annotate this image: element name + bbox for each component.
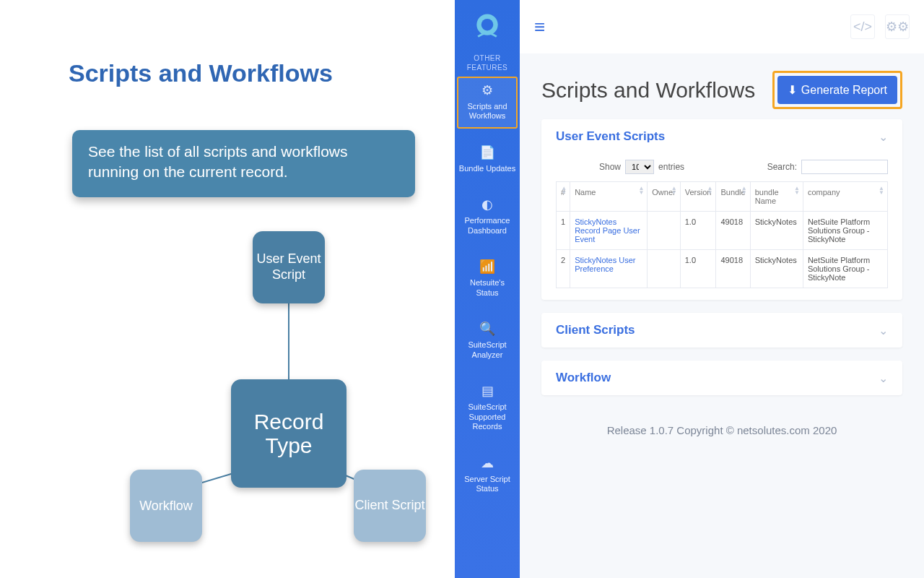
sidebar-section-label: OTHER FEATURES <box>455 49 520 77</box>
sort-icon: ▲▼ <box>671 186 677 194</box>
diagram-node-bl-label: Workflow <box>139 499 193 514</box>
card-title-client-scripts: Client Scripts <box>556 323 879 337</box>
sidebar-item-scripts-and-workflows[interactable]: ⚙Scripts and Workflows <box>457 77 518 129</box>
sidebar-item-label: Performance Dashboard <box>465 216 510 235</box>
sort-icon: ▲▼ <box>561 186 567 194</box>
sidebar-item-icon: ⚙ <box>458 82 516 99</box>
sidebar-item-suitescript-analyzer[interactable]: 🔍SuiteScript Analyzer <box>457 315 518 367</box>
cell-num: 2 <box>557 250 570 288</box>
sort-icon: ▲▼ <box>879 186 884 194</box>
sidebar-item-label: Bundle Updates <box>459 164 515 173</box>
col-company[interactable]: company▲▼ <box>803 182 887 212</box>
left-callout: See the list of all scripts and workflow… <box>72 130 415 197</box>
page-title: Scripts and Workflows <box>541 78 772 103</box>
sort-icon: ▲▼ <box>638 186 644 194</box>
sidebar-item-icon: ▤ <box>458 383 516 400</box>
card-user-event-scripts: User Event Scripts ⌄ Show 10 entries Sea… <box>541 119 902 300</box>
card-head-client-scripts[interactable]: Client Scripts ⌄ <box>541 313 902 348</box>
diagram-node-user-event: User Event Script <box>253 231 325 303</box>
logo-icon <box>470 9 505 43</box>
code-icon[interactable]: </> <box>850 14 875 39</box>
chevron-down-icon: ⌄ <box>879 371 888 385</box>
sidebar-item-netsuite-s-status[interactable]: 📶Netsuite's Status <box>457 253 518 305</box>
sidebar-item-icon: ☁ <box>458 455 516 472</box>
table-row: 2StickyNotes User Preference1.049018Stic… <box>557 250 888 288</box>
cell-company: NetSuite Platform Solutions Group - Stic… <box>803 212 887 250</box>
card-head-user-event[interactable]: User Event Scripts ⌄ <box>541 119 902 154</box>
app-panel: ≡ </> ⚙⚙ Scripts and Workflows ⬇ Generat… <box>520 0 924 578</box>
chevron-down-icon: ⌄ <box>879 130 888 144</box>
col-bundle-name[interactable]: bundle Name▲▼ <box>750 182 803 212</box>
footer-text: Release 1.0.7 Copyright © netsolutes.com… <box>520 408 924 452</box>
cell-version: 1.0 <box>680 250 716 288</box>
card-title-user-event: User Event Scripts <box>556 129 879 144</box>
diagram-node-workflow: Workflow <box>130 470 202 542</box>
sidebar-item-label: Server Script Status <box>464 475 510 493</box>
diagram-node-center-label: Record Type <box>231 410 346 457</box>
gears-icon[interactable]: ⚙⚙ <box>885 14 910 39</box>
generate-report-button[interactable]: ⬇ Generate Report <box>777 76 897 104</box>
sidebar-item-icon: 📄 <box>458 144 516 161</box>
col-owner[interactable]: Owner▲▼ <box>648 182 680 212</box>
entries-label: entries <box>658 162 684 172</box>
cell-num: 1 <box>557 212 570 250</box>
sidebar-item-icon: ◐ <box>458 197 516 213</box>
col-version[interactable]: Version▲▼ <box>680 182 716 212</box>
cell-bundle-name: StickyNotes <box>750 250 803 288</box>
card-client-scripts: Client Scripts ⌄ <box>541 313 902 348</box>
user-event-table: #▲▼Name▲▼Owner▲▼Version▲▼Bundle▲▼bundle … <box>556 181 888 288</box>
cell-owner <box>648 212 680 250</box>
cell-name[interactable]: StickyNotes Record Page User Event <box>570 212 648 250</box>
sidebar-item-icon: 🔍 <box>458 321 516 337</box>
cell-bundle: 49018 <box>716 250 750 288</box>
svg-point-4 <box>481 19 494 30</box>
diagram-node-top-label: User Event Script <box>253 251 325 282</box>
diagram-node-br-label: Client Script <box>354 498 424 514</box>
cell-company: NetSuite Platform Solutions Group - Stic… <box>803 250 887 288</box>
explainer-panel: Scripts and Workflows See the list of al… <box>0 0 455 578</box>
cell-name[interactable]: StickyNotes User Preference <box>570 250 648 288</box>
diagram-node-client-script: Client Script <box>354 470 426 542</box>
entries-select[interactable]: 10 <box>625 160 654 174</box>
sidebar-item-suitescript-supported-records[interactable]: ▤SuiteScript Supported Records <box>457 377 518 439</box>
col--[interactable]: #▲▼ <box>557 182 570 212</box>
col-name[interactable]: Name▲▼ <box>570 182 648 212</box>
sort-icon: ▲▼ <box>794 186 800 194</box>
sidebar-item-label: Scripts and Workflows <box>467 102 507 121</box>
card-head-workflow[interactable]: Workflow ⌄ <box>541 361 902 395</box>
sidebar-item-label: Netsuite's Status <box>470 278 505 297</box>
sidebar-item-server-script-status[interactable]: ☁Server Script Status <box>457 449 518 501</box>
cell-bundle: 49018 <box>716 212 750 250</box>
sidebar-item-label: SuiteScript Analyzer <box>468 340 506 359</box>
sort-icon: ▲▼ <box>707 186 713 194</box>
generate-report-label: Generate Report <box>801 84 887 97</box>
diagram: Record Type User Event Script Workflow C… <box>108 231 440 564</box>
sort-icon: ▲▼ <box>741 186 747 194</box>
sidebar-item-bundle-updates[interactable]: 📄Bundle Updates <box>457 139 518 181</box>
show-label: Show <box>599 162 621 172</box>
card-title-workflow: Workflow <box>556 371 879 385</box>
generate-report-highlight: ⬇ Generate Report <box>772 71 902 109</box>
col-bundle[interactable]: Bundle▲▼ <box>716 182 750 212</box>
sidebar-item-icon: 📶 <box>458 259 516 275</box>
sidebar: OTHER FEATURES ⚙Scripts and Workflows📄Bu… <box>455 0 520 578</box>
table-controls: Show 10 entries Search: <box>556 154 888 181</box>
search-input[interactable] <box>801 160 888 174</box>
chevron-down-icon: ⌄ <box>879 324 888 337</box>
table-row: 1StickyNotes Record Page User Event1.049… <box>557 212 888 250</box>
topbar: ≡ </> ⚙⚙ <box>520 0 924 53</box>
cell-bundle-name: StickyNotes <box>750 212 803 250</box>
sidebar-item-label: SuiteScript Supported Records <box>468 402 506 431</box>
menu-icon[interactable]: ≡ <box>534 16 545 38</box>
cell-version: 1.0 <box>680 212 716 250</box>
search-label: Search: <box>767 162 797 172</box>
cell-owner <box>648 250 680 288</box>
left-title: Scripts and Workflows <box>69 59 333 87</box>
sidebar-item-performance-dashboard[interactable]: ◐Performance Dashboard <box>457 191 518 243</box>
diagram-node-center: Record Type <box>231 379 346 488</box>
card-workflow: Workflow ⌄ <box>541 361 902 395</box>
download-icon: ⬇ <box>788 83 797 97</box>
